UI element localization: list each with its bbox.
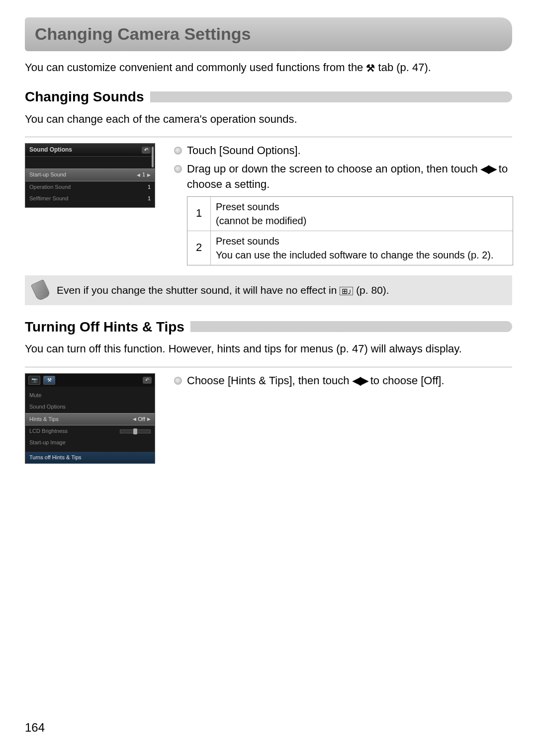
note-post: (p. 80). [353, 284, 389, 296]
ss2-row-hints: Hints & Tips ◀Off▶ [25, 413, 155, 425]
ss1-row1-value: 1 [142, 171, 145, 178]
ss1-row2-value: 1 [148, 183, 151, 191]
ss2-row2-label: Hints & Tips [29, 416, 59, 423]
sound-options-screenshot: Sound Options ↶ Start-up Sound ◀1▶ Opera… [25, 143, 155, 208]
pencil-note-icon [31, 279, 51, 301]
right-arrow-icon: ▶ [147, 416, 151, 422]
section2-content: 📷 ⚒ ↶ Mute Sound Options Hints & Tips ◀O… [25, 373, 512, 464]
section-title-hints: Turning Off Hints & Tips [25, 317, 184, 336]
opt-num-1: 1 [187, 197, 211, 231]
right-arrow-icon: ▶ [147, 172, 151, 178]
page-title: Changing Camera Settings [35, 24, 251, 43]
manual-page: Changing Camera Settings You can customi… [0, 0, 537, 756]
brightness-slider [120, 429, 151, 433]
table-row: 2 Preset sounds You can use the included… [187, 231, 513, 265]
note-pre: Even if you change the shutter sound, it… [57, 284, 340, 296]
section2-desc: You can turn off this function. However,… [25, 341, 512, 357]
shutter-note: Even if you change the shutter sound, it… [25, 275, 512, 305]
intro-paragraph: You can customize convenient and commonl… [25, 60, 512, 76]
intro-suffix: tab (p. 47). [375, 61, 431, 74]
lr-arrows-icon: ◀▶ [481, 162, 496, 177]
section1-instructions: Touch [Sound Options]. Drag up or down t… [174, 143, 512, 192]
s2-instr1-post: to choose [Off]. [367, 374, 445, 387]
ss2-back-icon: ↶ [143, 377, 152, 384]
ss2-body: Mute Sound Options Hints & Tips ◀Off▶ LC… [25, 387, 155, 452]
ss2-row3-label: LCD Brightness [29, 427, 68, 435]
ss2-row2-value: Off [138, 416, 145, 423]
ss1-row-startup: Start-up Sound ◀1▶ [25, 168, 155, 181]
section-bar [190, 321, 512, 332]
intro-prefix: You can customize convenient and commonl… [25, 61, 366, 74]
ss2-row-startup: Start-up Image [25, 437, 155, 448]
lr-arrows-icon: ◀▶ [353, 373, 367, 389]
note-text: Even if you change the shutter sound, it… [57, 283, 389, 297]
ss1-row3-value: 1 [148, 195, 151, 202]
ss1-row3-label: Selftimer Sound [29, 195, 68, 202]
ss2-hint-bar: Turns off Hints & Tips [25, 452, 155, 463]
ss2-row-lcd: LCD Brightness [25, 425, 155, 437]
burst-mode-icon: ⊞ᴊ [340, 287, 353, 295]
ss1-row2-label: Operation Sound [29, 183, 71, 191]
s2-instr1-pre: Choose [Hints & Tips], then touch [187, 374, 353, 387]
section2-instructions: Choose [Hints & Tips], then touch ◀▶ to … [174, 373, 512, 389]
ss1-back-icon: ↶ [142, 147, 151, 154]
opt-num-2: 2 [187, 231, 211, 265]
section1-screenshot-col: Sound Options ↶ Start-up Sound ◀1▶ Opera… [25, 143, 159, 208]
section-header-hints: Turning Off Hints & Tips [25, 317, 512, 336]
ss1-row-selftimer: Selftimer Sound 1 [25, 193, 155, 204]
section2-instr-col: Choose [Hints & Tips], then touch ◀▶ to … [174, 373, 512, 393]
instr-touch-sound: Touch [Sound Options]. [174, 143, 512, 159]
ss1-title: Sound Options [29, 146, 72, 154]
separator [25, 137, 512, 137]
instr-choose-hints: Choose [Hints & Tips], then touch ◀▶ to … [174, 373, 512, 389]
separator [25, 367, 512, 367]
page-number: 164 [25, 719, 45, 736]
left-arrow-icon: ◀ [137, 172, 140, 178]
hints-tips-screenshot: 📷 ⚒ ↶ Mute Sound Options Hints & Tips ◀O… [25, 373, 155, 464]
tools-tab-icon: ⚒ [366, 61, 375, 75]
table-row: 1 Preset sounds (cannot be modified) [187, 197, 513, 231]
ss2-row4-label: Start-up Image [29, 439, 66, 446]
section1-desc: You can change each of the camera's oper… [25, 112, 512, 127]
section-header-sounds: Changing Sounds [25, 87, 512, 106]
section1-content: Sound Options ↶ Start-up Sound ◀1▶ Opera… [25, 143, 512, 265]
left-arrow-icon: ◀ [133, 416, 136, 422]
opt-desc-2: Preset sounds You can use the included s… [211, 231, 499, 265]
instr2-pre: Drag up or down the screen to choose an … [187, 163, 481, 175]
section1-instr-col: Touch [Sound Options]. Drag up or down t… [174, 143, 512, 265]
instr-drag-choose: Drag up or down the screen to choose an … [174, 162, 512, 192]
section2-screenshot-col: 📷 ⚒ ↶ Mute Sound Options Hints & Tips ◀O… [25, 373, 159, 464]
ss2-tab-tools: ⚒ [43, 376, 55, 385]
ss2-row-sound: Sound Options [25, 401, 155, 413]
section-bar [150, 91, 512, 102]
ss2-row-mute: Mute [25, 390, 155, 401]
sound-options-table: 1 Preset sounds (cannot be modified) 2 P… [187, 196, 513, 265]
opt-desc-1: Preset sounds (cannot be modified) [211, 197, 311, 231]
ss1-spacer [25, 160, 155, 168]
ss2-tabs: 📷 ⚒ ↶ [25, 374, 155, 387]
ss2-row1-label: Sound Options [29, 403, 66, 411]
ss1-row1-label: Start-up Sound [29, 171, 66, 178]
page-title-banner: Changing Camera Settings [25, 17, 512, 51]
ss1-titlebar: Sound Options ↶ [25, 144, 155, 157]
ss2-row0-label: Mute [29, 392, 41, 399]
section-title-sounds: Changing Sounds [25, 87, 144, 106]
ss1-body: Start-up Sound ◀1▶ Operation Sound 1 Sel… [25, 157, 155, 207]
ss2-tab-camera: 📷 [28, 376, 40, 385]
ss1-row-operation: Operation Sound 1 [25, 181, 155, 193]
